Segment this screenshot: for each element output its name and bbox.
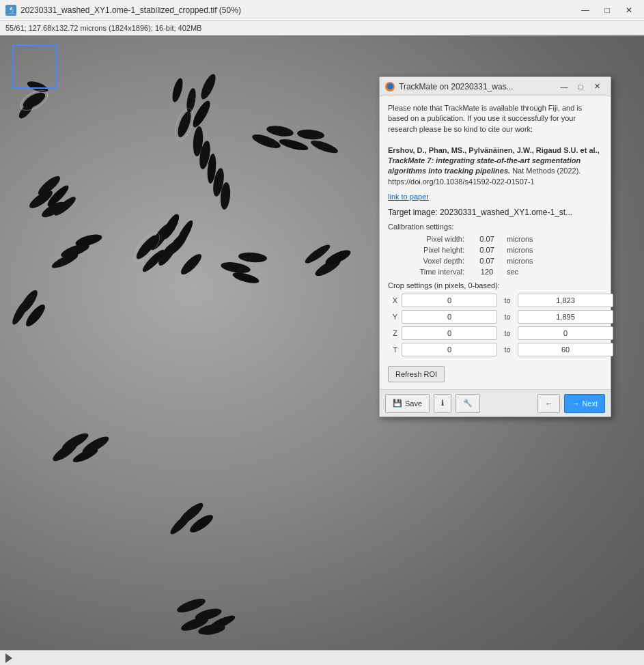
- svg-point-38: [178, 251, 204, 277]
- crop-row: Y to: [388, 310, 602, 324]
- crop-axis-label: Z: [388, 329, 402, 337]
- svg-point-55: [168, 511, 194, 537]
- calib-row-value: 120: [470, 268, 504, 276]
- notice-text: Please note that TrackMate is available …: [388, 103, 602, 187]
- citation-doi: https://doi.org/10.1038/s41592-022-01507…: [388, 178, 535, 186]
- maximize-button[interactable]: □: [598, 3, 617, 18]
- crop-to-label: to: [497, 296, 518, 305]
- svg-point-40: [238, 251, 267, 264]
- calibration-row: Voxel depth: 0.07 microns: [388, 257, 602, 265]
- crop-from-input[interactable]: [402, 343, 497, 356]
- minimize-button[interactable]: —: [576, 3, 595, 18]
- crop-to-label: to: [497, 345, 518, 354]
- crop-from-input[interactable]: [402, 294, 497, 307]
- back-icon: ←: [545, 399, 552, 408]
- bottom-bar: [0, 650, 644, 665]
- crop-from-input[interactable]: [402, 326, 497, 340]
- calib-row-value: 0.07: [470, 246, 504, 254]
- refresh-roi-button[interactable]: Refresh ROI: [388, 366, 445, 382]
- dialog-close-button[interactable]: ✕: [589, 80, 605, 94]
- calib-row-unit: microns: [504, 235, 545, 243]
- crop-axis-label: Y: [388, 313, 402, 321]
- crop-axis-label: X: [388, 296, 402, 305]
- calibration-row: Pixel height: 0.07 microns: [388, 246, 602, 254]
- settings-button[interactable]: 🔧: [456, 394, 480, 413]
- image-info: 55/61; 127.68x132.72 microns (1824x1896)…: [5, 24, 201, 32]
- calib-row-unit: microns: [504, 257, 545, 265]
- target-image-label: Target image: 20230331_washed_XY1.ome-1_…: [388, 208, 602, 217]
- svg-point-10: [278, 137, 309, 153]
- crop-to-label: to: [497, 313, 518, 321]
- next-label: Next: [582, 399, 598, 408]
- roi-rectangle: [12, 44, 57, 89]
- calib-row-label: Time interval:: [388, 268, 470, 276]
- image-area: 🔵 TrackMate on 20230331_was... — □ ✕ Ple…: [0, 36, 644, 665]
- citation-authors: Ershov, D., Phan, MS., Pylvänäinen, J.W.…: [388, 146, 600, 154]
- calib-row-label: Pixel width:: [388, 235, 470, 243]
- trackmate-dialog: 🔵 TrackMate on 20230331_was... — □ ✕ Ple…: [379, 76, 611, 417]
- info-button[interactable]: ℹ: [434, 394, 451, 413]
- dialog-footer: 💾 Save ℹ 🔧 ← → Next: [380, 389, 611, 416]
- calib-row-label: Pixel height:: [388, 246, 470, 254]
- svg-point-12: [309, 138, 339, 156]
- calibration-row: Time interval: 120 sec: [388, 268, 602, 276]
- svg-point-9: [266, 124, 294, 139]
- calib-row-label: Voxel depth:: [388, 257, 470, 265]
- notice-body: Please note that TrackMate is available …: [388, 104, 582, 133]
- crop-row: T to: [388, 343, 602, 356]
- crop-to-input[interactable]: [518, 326, 613, 340]
- save-label: Save: [405, 399, 422, 408]
- next-arrow-icon: →: [572, 399, 579, 408]
- settings-icon: 🔧: [463, 399, 473, 408]
- calib-row-value: 0.07: [470, 235, 504, 243]
- close-button[interactable]: ✕: [619, 3, 639, 18]
- link-to-paper[interactable]: link to paper: [388, 193, 602, 201]
- citation-journal: Nat Methods (2022).: [512, 167, 580, 175]
- svg-point-6: [198, 72, 219, 101]
- calibration-rows: Pixel width: 0.07 microns Pixel height: …: [388, 235, 602, 276]
- crop-to-label: to: [497, 329, 518, 337]
- svg-point-3: [176, 110, 194, 139]
- svg-point-7: [171, 77, 185, 103]
- crop-to-input[interactable]: [518, 343, 613, 356]
- crop-axis-label: T: [388, 345, 402, 354]
- crop-rows: X to Y to Z to T to: [388, 294, 602, 356]
- crop-row: X to: [388, 294, 602, 307]
- calibration-section-label: Calibration settings:: [388, 223, 602, 231]
- play-icon[interactable]: [5, 653, 12, 663]
- dialog-content: Please note that TrackMate is available …: [380, 96, 611, 389]
- next-button[interactable]: → Next: [564, 394, 605, 413]
- calib-row-unit: sec: [504, 268, 545, 276]
- dialog-title: TrackMate on 20230331_was...: [399, 82, 556, 91]
- save-button[interactable]: 💾 Save: [385, 394, 430, 413]
- calib-row-value: 0.07: [470, 257, 504, 265]
- crop-row: Z to: [388, 326, 602, 340]
- window-controls: — □ ✕: [576, 3, 639, 18]
- dialog-minimize-button[interactable]: —: [556, 80, 572, 94]
- dialog-icon: 🔵: [385, 82, 395, 91]
- crop-to-input[interactable]: [518, 310, 613, 324]
- crop-section-label: Crop settings (in pixels, 0-based):: [388, 281, 602, 289]
- app-icon: 🔬: [5, 5, 16, 16]
- info-icon: ℹ: [441, 399, 444, 408]
- save-icon: 💾: [393, 399, 402, 408]
- crop-from-input[interactable]: [402, 310, 497, 324]
- svg-point-11: [296, 128, 324, 140]
- main-title-bar: 🔬 20230331_washed_XY1.ome-1_stabilized_c…: [0, 0, 644, 20]
- crop-to-input[interactable]: [518, 294, 613, 307]
- dialog-maximize-button[interactable]: □: [572, 80, 589, 94]
- main-window-title: 20230331_washed_XY1.ome-1_stabilized_cro…: [20, 5, 576, 15]
- calibration-row: Pixel width: 0.07 microns: [388, 235, 602, 243]
- dialog-title-bar[interactable]: 🔵 TrackMate on 20230331_was... — □ ✕: [380, 77, 611, 96]
- back-button[interactable]: ←: [537, 394, 560, 413]
- calib-row-unit: microns: [504, 246, 545, 254]
- status-bar: 55/61; 127.68x132.72 microns (1824x1896)…: [0, 20, 644, 36]
